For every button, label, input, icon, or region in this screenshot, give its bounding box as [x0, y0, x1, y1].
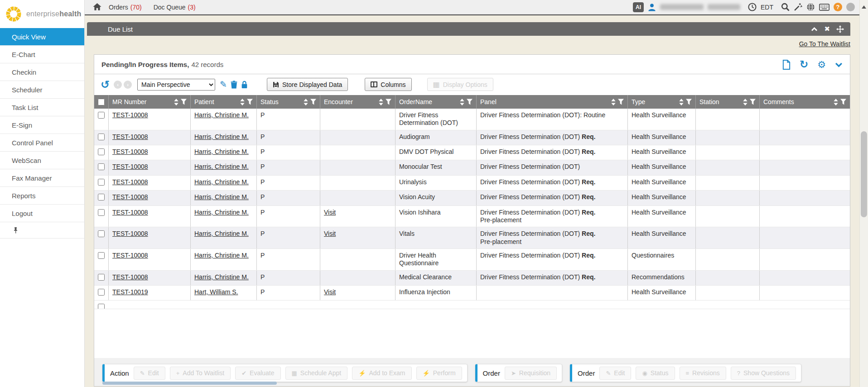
home-icon[interactable] [93, 3, 101, 11]
patient-link[interactable]: Harris, Christine M. [194, 148, 249, 155]
row-checkbox[interactable] [98, 134, 105, 140]
row-checkbox[interactable] [98, 230, 105, 237]
sidebar-item-logout[interactable]: Logout [0, 205, 84, 222]
undo-icon[interactable]: ↺ [101, 79, 110, 90]
evaluate-button[interactable]: ✔Evaluate [235, 367, 280, 380]
row-checkbox[interactable] [98, 304, 105, 309]
trash-icon[interactable] [231, 81, 237, 89]
sort-icon[interactable] [240, 99, 245, 105]
show-questions-button[interactable]: ?Show Questions [731, 367, 796, 380]
encounter-link[interactable]: Visit [324, 209, 336, 216]
patient-link[interactable]: Harris, Christine M. [194, 252, 249, 259]
revisions-button[interactable]: ≡Revisions [680, 367, 726, 380]
refresh-icon[interactable]: ↻ [800, 59, 808, 70]
mr-number-link[interactable]: TEST-10008 [112, 133, 148, 140]
duelist-header[interactable]: Due List ✖ [87, 22, 850, 36]
collapse-chevron-up-icon[interactable] [811, 27, 818, 32]
sort-icon[interactable] [834, 99, 838, 105]
filter-icon[interactable] [181, 99, 187, 105]
sidebar-item-scheduler[interactable]: Scheduler [0, 81, 84, 99]
nav-orders[interactable]: Orders(70) [109, 4, 142, 11]
help-icon[interactable]: ? [834, 3, 842, 11]
patient-link[interactable]: Harris, Christine M. [194, 163, 249, 170]
mr-number-link[interactable]: TEST-10008 [112, 111, 148, 119]
column-header-panel[interactable]: Panel [477, 95, 628, 109]
mr-number-link[interactable]: TEST-10008 [112, 193, 148, 201]
perform-button[interactable]: ⚡Perform [416, 367, 462, 380]
row-checkbox[interactable] [98, 194, 105, 201]
store-displayed-data-button[interactable]: Store Displayed Data [267, 78, 348, 91]
column-header-patient[interactable]: Patient [191, 95, 257, 109]
clock-icon[interactable] [748, 3, 757, 11]
mr-number-link[interactable]: TEST-10008 [112, 273, 148, 281]
horizontal-scrollbar[interactable] [102, 382, 277, 385]
patient-link[interactable]: Harris, Christine M. [194, 178, 249, 186]
move-icon[interactable] [836, 25, 844, 33]
column-header-comments[interactable]: Comments [760, 95, 850, 109]
edit-button[interactable]: ✎Edit [599, 367, 631, 380]
requisition-button[interactable]: ➤Requisition [505, 367, 557, 380]
filter-icon[interactable] [750, 99, 756, 105]
sidebar-item-quick-view[interactable]: Quick View [0, 28, 84, 46]
sidebar-item-reports[interactable]: Reports [0, 187, 84, 205]
sidebar-item-e-chart[interactable]: E-Chart [0, 46, 84, 63]
sidebar-item-fax-manager[interactable]: Fax Manager [0, 169, 84, 187]
scrollbar-thumb[interactable] [861, 131, 867, 217]
chevron-down-icon[interactable] [835, 62, 843, 67]
mr-number-link[interactable]: TEST-10008 [112, 230, 148, 237]
gear-icon[interactable]: ⚙ [817, 60, 826, 69]
encounter-link[interactable]: Visit [324, 230, 336, 237]
scrollbar-up-arrow[interactable] [862, 5, 866, 9]
row-checkbox[interactable] [98, 112, 105, 119]
sort-icon[interactable] [611, 99, 616, 105]
row-checkbox[interactable] [98, 274, 105, 281]
sidebar-item-checkin[interactable]: Checkin [0, 63, 84, 81]
patient-link[interactable]: Harris, Christine M. [194, 193, 249, 201]
go-to-waitlist-link[interactable]: Go To The Waitlist [799, 40, 850, 48]
sort-icon[interactable] [460, 99, 464, 105]
sidebar-item-task-list[interactable]: Task List [0, 99, 84, 116]
globe-icon[interactable] [806, 3, 815, 11]
column-header-encounter[interactable]: Encounter [320, 95, 395, 109]
row-checkbox[interactable] [98, 179, 105, 186]
ai-badge[interactable]: AI [633, 2, 644, 12]
sort-icon[interactable] [379, 99, 383, 105]
patient-link[interactable]: Harris, Christine M. [194, 111, 249, 119]
select-all-checkbox[interactable] [98, 99, 105, 105]
filter-icon[interactable] [840, 99, 846, 105]
column-header-mr-number[interactable]: MR Number [109, 95, 191, 109]
filter-icon[interactable] [247, 99, 253, 105]
add-to-waitlist-button[interactable]: +Add To Waitlist [170, 367, 231, 380]
patient-link[interactable]: Harris, Christine M. [194, 273, 249, 281]
encounter-link[interactable]: Visit [324, 288, 336, 296]
row-checkbox[interactable] [98, 252, 105, 259]
lock-icon[interactable] [241, 81, 248, 89]
avatar[interactable] [846, 3, 855, 11]
mr-number-link[interactable]: TEST-10019 [112, 288, 148, 296]
history-forward-icon[interactable]: › [124, 81, 132, 89]
filter-icon[interactable] [618, 99, 624, 105]
mr-number-link[interactable]: TEST-10008 [112, 163, 148, 170]
sort-icon[interactable] [174, 99, 178, 105]
row-checkbox[interactable] [98, 209, 105, 216]
keyboard-icon[interactable] [819, 4, 829, 11]
column-header-station[interactable]: Station [696, 95, 760, 109]
row-checkbox[interactable] [98, 163, 105, 170]
filter-icon[interactable] [386, 99, 391, 105]
add-to-exam-button[interactable]: ⚡Add to Exam [352, 367, 411, 380]
mr-number-link[interactable]: TEST-10008 [112, 209, 148, 216]
user-icon[interactable] [648, 3, 656, 11]
edit-button[interactable]: ✎Edit [134, 367, 165, 380]
column-header-status[interactable]: Status [257, 95, 320, 109]
column-header-type[interactable]: Type [628, 95, 696, 109]
row-checkbox[interactable] [98, 289, 105, 296]
mr-number-link[interactable]: TEST-10008 [112, 148, 148, 155]
filter-icon[interactable] [310, 99, 316, 105]
mr-number-link[interactable]: TEST-10008 [112, 178, 148, 186]
column-header-ordername[interactable]: OrderName [395, 95, 477, 109]
display-options-button[interactable]: ▦ Display Options [427, 78, 493, 91]
filter-icon[interactable] [467, 99, 473, 105]
sort-icon[interactable] [743, 99, 747, 105]
sort-icon[interactable] [304, 99, 308, 105]
history-back-icon[interactable]: ‹ [114, 81, 122, 89]
